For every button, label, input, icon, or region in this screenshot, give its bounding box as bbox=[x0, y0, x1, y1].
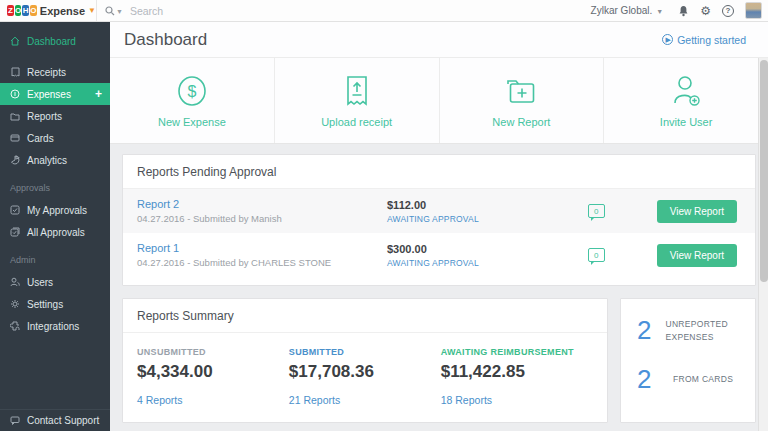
stat-reports-link[interactable]: 21 Reports bbox=[289, 394, 441, 406]
view-report-button[interactable]: View Report bbox=[657, 244, 737, 267]
stat-amount: $17,708.36 bbox=[289, 362, 441, 382]
expense-icon bbox=[10, 89, 20, 99]
report-meta: 04.27.2016 - Submitted by CHARLES STONE bbox=[137, 257, 387, 268]
logo-tile-h: H bbox=[22, 5, 29, 16]
home-icon bbox=[10, 36, 20, 46]
report-link[interactable]: Report 1 bbox=[137, 242, 387, 254]
unreported-expenses-stat[interactable]: 2 UNREPORTED EXPENSES bbox=[637, 315, 755, 346]
sidebar-item-reports[interactable]: Reports bbox=[0, 105, 110, 127]
notifications-bell-icon[interactable] bbox=[678, 5, 689, 17]
stat-submitted: SUBMITTED $17,708.36 21 Reports bbox=[289, 347, 441, 406]
pie-chart-icon bbox=[10, 155, 20, 165]
logo-tile-o1: O bbox=[15, 5, 22, 16]
sidebar-item-label: Cards bbox=[27, 133, 54, 144]
sidebar-item-label: Receipts bbox=[27, 67, 66, 78]
folder-icon bbox=[10, 111, 20, 121]
main-content: Dashboard ▶ Getting started $ New Expens… bbox=[110, 22, 768, 431]
stat-value: 2 bbox=[637, 364, 673, 395]
getting-started-link[interactable]: ▶ Getting started bbox=[662, 34, 746, 46]
stat-reports-link[interactable]: 4 Reports bbox=[137, 394, 289, 406]
sidebar-item-analytics[interactable]: Analytics bbox=[0, 149, 110, 171]
sidebar-item-receipts[interactable]: Receipts bbox=[0, 61, 110, 83]
contact-support-link[interactable]: Contact Support bbox=[0, 409, 110, 431]
add-expense-plus-icon[interactable]: + bbox=[95, 88, 102, 100]
sidebar-section-approvals: Approvals bbox=[0, 171, 110, 199]
sidebar-item-dashboard[interactable]: Dashboard bbox=[0, 30, 110, 52]
sidebar-item-cards[interactable]: Cards bbox=[0, 127, 110, 149]
sidebar-item-expenses[interactable]: Expenses + bbox=[0, 83, 110, 105]
quick-action-label: Invite User bbox=[660, 116, 713, 128]
scrollbar-thumb[interactable] bbox=[760, 60, 768, 282]
page-header: Dashboard ▶ Getting started bbox=[110, 22, 768, 58]
report-status: AWAITING APPROVAL bbox=[387, 214, 588, 224]
logo-tile-z: Z bbox=[7, 5, 14, 16]
comments-bubble-icon[interactable]: 0 bbox=[588, 204, 605, 218]
contact-support-label: Contact Support bbox=[27, 415, 99, 426]
new-report-action[interactable]: New Report bbox=[439, 58, 604, 143]
sidebar-item-label: My Approvals bbox=[27, 205, 87, 216]
stat-label: FROM CARDS bbox=[673, 373, 733, 386]
app-logo[interactable]: Z O H O Expense ▼ bbox=[0, 5, 96, 17]
expenses-stats-card: 2 UNREPORTED EXPENSES 2 FROM CARDS bbox=[620, 298, 756, 423]
sidebar-item-my-approvals[interactable]: My Approvals bbox=[0, 199, 110, 221]
receipt-icon bbox=[10, 67, 20, 77]
sidebar-item-integrations[interactable]: Integrations bbox=[0, 315, 110, 337]
search-input[interactable]: ▼ Search bbox=[96, 0, 591, 21]
svg-text:$: $ bbox=[187, 83, 196, 100]
reports-pending-approval-card: Reports Pending Approval Report 2 04.27.… bbox=[122, 154, 756, 286]
quick-action-label: New Expense bbox=[158, 116, 226, 128]
report-link[interactable]: Report 2 bbox=[137, 198, 387, 210]
sidebar-item-label: Users bbox=[27, 277, 53, 288]
sidebar-item-users[interactable]: Users bbox=[0, 271, 110, 293]
stat-label: UNSUBMITTED bbox=[137, 347, 289, 357]
from-cards-stat[interactable]: 2 FROM CARDS bbox=[637, 364, 755, 395]
stat-awaiting-reimbursement: AWAITING REIMBURSEMENT $11,422.85 18 Rep… bbox=[441, 347, 593, 406]
user-avatar[interactable] bbox=[745, 2, 762, 19]
stat-value: 2 bbox=[637, 315, 665, 346]
receipt-upload-icon bbox=[344, 74, 370, 108]
search-scope-caret-icon[interactable]: ▼ bbox=[116, 8, 123, 15]
stat-amount: $11,422.85 bbox=[441, 362, 593, 382]
users-icon bbox=[10, 277, 20, 287]
org-switcher[interactable]: Zylkar Global. bbox=[591, 5, 653, 16]
credit-card-icon bbox=[10, 133, 20, 143]
brand-dropdown-caret-icon[interactable]: ▼ bbox=[88, 6, 96, 15]
top-bar: Z O H O Expense ▼ ▼ Search Zylkar Global… bbox=[0, 0, 768, 22]
org-caret-icon[interactable]: ▼ bbox=[656, 8, 663, 15]
stat-label: UNREPORTED EXPENSES bbox=[665, 318, 755, 344]
sidebar-item-label: Analytics bbox=[27, 155, 67, 166]
gear-icon bbox=[10, 299, 20, 309]
logo-tile-o2: O bbox=[30, 5, 37, 16]
quick-action-label: New Report bbox=[492, 116, 550, 128]
brand-name: Expense bbox=[40, 5, 85, 17]
stat-label: SUBMITTED bbox=[289, 347, 441, 357]
card-title: Reports Summary bbox=[123, 299, 607, 333]
sidebar-nav: Dashboard Receipts Expenses + Reports Ca… bbox=[0, 22, 110, 431]
invite-user-action[interactable]: Invite User bbox=[603, 58, 768, 143]
play-circle-icon: ▶ bbox=[662, 34, 673, 45]
new-expense-action[interactable]: $ New Expense bbox=[110, 58, 274, 143]
sidebar-item-all-approvals[interactable]: All Approvals bbox=[0, 221, 110, 243]
getting-started-label: Getting started bbox=[677, 34, 746, 46]
stat-label: AWAITING REIMBURSEMENT bbox=[441, 347, 593, 357]
user-plus-icon bbox=[670, 74, 702, 108]
sidebar-item-settings[interactable]: Settings bbox=[0, 293, 110, 315]
pending-report-row: Report 1 04.27.2016 - Submitted by CHARL… bbox=[123, 233, 755, 277]
integrations-icon bbox=[10, 321, 20, 331]
upload-receipt-action[interactable]: Upload receipt bbox=[274, 58, 439, 143]
stat-reports-link[interactable]: 18 Reports bbox=[441, 394, 593, 406]
pending-report-row: Report 2 04.27.2016 - Submitted by Manis… bbox=[123, 189, 755, 233]
view-report-button[interactable]: View Report bbox=[657, 200, 737, 223]
search-placeholder: Search bbox=[130, 5, 163, 17]
topbar-right: Zylkar Global. ▼ ⚙ ? bbox=[591, 2, 768, 19]
help-icon[interactable]: ? bbox=[722, 5, 734, 17]
chat-icon bbox=[10, 416, 20, 426]
dollar-circle-icon: $ bbox=[175, 74, 209, 108]
card-title: Reports Pending Approval bbox=[123, 155, 755, 189]
folder-plus-icon bbox=[504, 74, 538, 108]
comments-bubble-icon[interactable]: 0 bbox=[588, 248, 605, 262]
sidebar-item-label: Settings bbox=[27, 299, 63, 310]
quick-actions-row: $ New Expense Upload receipt New Report … bbox=[110, 58, 768, 144]
scrollbar[interactable] bbox=[758, 58, 768, 431]
settings-gear-icon[interactable]: ⚙ bbox=[700, 5, 711, 17]
